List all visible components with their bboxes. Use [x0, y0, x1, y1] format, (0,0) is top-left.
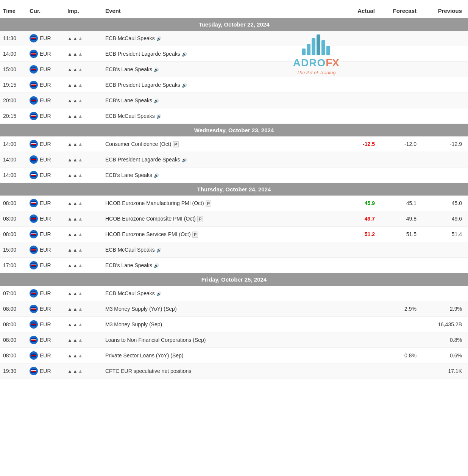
forecast-cell	[381, 242, 423, 258]
flag-icon	[30, 50, 38, 58]
importance-cell: ▲▲▲	[64, 152, 102, 168]
forecast-cell: 49.8	[381, 211, 423, 227]
header-importance: Imp.	[64, 4, 102, 18]
event-cell: HCOB Eurozone Manufacturing PMI (Oct)P	[102, 196, 347, 211]
table-row: 08:00EUR▲▲▲Loans to Non Financial Corpor…	[0, 332, 468, 348]
previous-cell: 0.8%	[423, 332, 468, 348]
bull-icon: ▲	[78, 216, 83, 222]
event-label: HCOB Eurozone Composite PMI (Oct)	[105, 216, 196, 222]
currency-cell: EUR	[27, 46, 64, 62]
previous-cell	[423, 168, 468, 183]
table-row: 19:15EUR▲▲▲ECB President Lagarde Speaks🔊	[0, 77, 468, 93]
importance-cell: ▲▲▲	[64, 108, 102, 124]
actual-cell: -12.5	[347, 136, 381, 152]
previous-cell	[423, 152, 468, 168]
forecast-value: 2.9%	[404, 306, 417, 312]
currency-cell: EUR	[27, 242, 64, 258]
actual-value: 51.2	[365, 231, 375, 237]
previous-cell: 0.6%	[423, 348, 468, 363]
event-label: M3 Money Supply (YoY) (Sep)	[105, 306, 177, 312]
speaker-icon: 🔊	[156, 114, 162, 119]
table-row: 08:00EUR▲▲▲HCOB Eurozone Composite PMI (…	[0, 211, 468, 227]
forecast-cell	[381, 62, 423, 77]
previous-value: 16,435.2B	[438, 321, 462, 327]
bull-icon: ▲	[67, 368, 72, 374]
currency-label: EUR	[40, 97, 51, 103]
table-row: 15:00EUR▲▲▲ECB McCaul Speaks🔊	[0, 242, 468, 258]
table-row: 20:00EUR▲▲▲ECB's Lane Speaks🔊	[0, 93, 468, 108]
event-cell: Private Sector Loans (YoY) (Sep)	[102, 348, 347, 363]
bull-icon: ▲	[67, 200, 72, 206]
time-cell: 19:15	[0, 77, 27, 93]
previous-cell: 51.4	[423, 227, 468, 242]
time-cell: 08:00	[0, 211, 27, 227]
importance-cell: ▲▲▲	[64, 31, 102, 46]
forecast-cell	[381, 77, 423, 93]
currency-cell: EUR	[27, 62, 64, 77]
bull-icon: ▲	[73, 232, 78, 237]
actual-cell	[347, 46, 381, 62]
flag-icon	[30, 246, 38, 254]
currency-label: EUR	[40, 141, 51, 147]
time-cell: 08:00	[0, 332, 27, 348]
currency-label: EUR	[40, 113, 51, 119]
bull-icon: ▲	[78, 368, 83, 374]
previous-cell	[423, 62, 468, 77]
event-label: Loans to Non Financial Corporations (Sep…	[105, 337, 206, 343]
time-cell: 08:00	[0, 317, 27, 332]
bull-icon: ▲	[67, 172, 72, 178]
currency-cell: EUR	[27, 211, 64, 227]
importance-cell: ▲▲▲	[64, 258, 102, 273]
forecast-cell	[381, 152, 423, 168]
speaker-icon: 🔊	[154, 67, 159, 72]
previous-value: 49.6	[452, 216, 462, 222]
previous-cell	[423, 46, 468, 62]
time-cell: 08:00	[0, 348, 27, 363]
header-previous: Previous	[423, 4, 468, 18]
previous-cell	[423, 31, 468, 46]
day-label: Tuesday, October 22, 2024	[0, 18, 468, 31]
importance-cell: ▲▲▲	[64, 93, 102, 108]
actual-cell: 51.2	[347, 227, 381, 242]
actual-cell	[347, 93, 381, 108]
bull-icon: ▲	[73, 200, 78, 206]
bull-icon: ▲	[78, 263, 83, 268]
forecast-cell: 2.9%	[381, 301, 423, 317]
bar-6	[326, 46, 330, 55]
currency-cell: EUR	[27, 301, 64, 317]
speaker-icon: 🔊	[182, 83, 187, 88]
previous-cell: 2.9%	[423, 301, 468, 317]
bull-icon: ▲	[73, 306, 78, 312]
preliminary-icon: P	[197, 216, 203, 222]
bull-icon: ▲	[73, 98, 78, 103]
time-cell: 11:30	[0, 31, 27, 46]
importance-cell: ▲▲▲	[64, 301, 102, 317]
preliminary-icon: P	[206, 200, 211, 207]
table-row: 08:00EUR▲▲▲HCOB Eurozone Services PMI (O…	[0, 227, 468, 242]
currency-label: EUR	[40, 247, 51, 253]
bull-icon: ▲	[73, 353, 78, 359]
event-label: ECB President Lagarde Speaks	[105, 82, 180, 88]
forecast-cell	[381, 258, 423, 273]
bull-icon: ▲	[73, 368, 78, 374]
header-actual: Actual	[347, 4, 381, 18]
header-time: Time	[0, 4, 27, 18]
forecast-cell: 51.5	[381, 227, 423, 242]
speaker-icon: 🔊	[154, 263, 159, 268]
currency-cell: EUR	[27, 363, 64, 379]
currency-label: EUR	[40, 262, 51, 268]
bull-icon: ▲	[67, 157, 72, 163]
forecast-cell	[381, 168, 423, 183]
day-header-row: Wednesday, October 23, 2024	[0, 124, 468, 137]
preliminary-icon: P	[173, 141, 178, 147]
actual-cell	[347, 152, 381, 168]
event-label: CFTC EUR speculative net positions	[105, 368, 191, 374]
flag-icon	[30, 34, 38, 42]
previous-cell	[423, 93, 468, 108]
currency-label: EUR	[40, 35, 51, 41]
table-row: 17:00EUR▲▲▲ECB's Lane Speaks🔊	[0, 258, 468, 273]
bull-icon: ▲	[73, 172, 78, 178]
event-label: ECB McCaul Speaks	[105, 290, 155, 296]
previous-value: 45.0	[452, 200, 462, 206]
table-row: 14:00EUR▲▲▲ECB President Lagarde Speaks🔊	[0, 152, 468, 168]
